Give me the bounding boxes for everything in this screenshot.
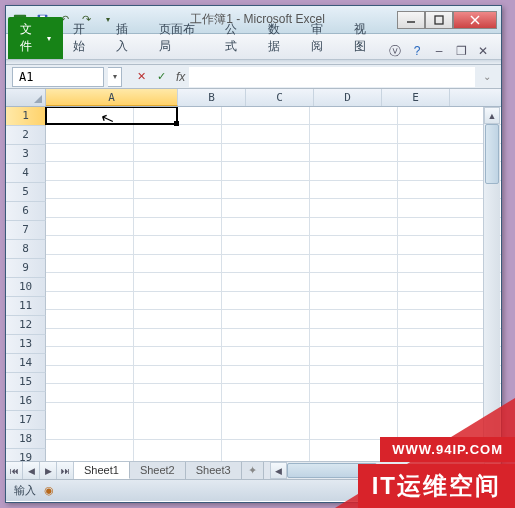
svg-rect-6 bbox=[435, 16, 443, 24]
row-header[interactable]: 4 bbox=[6, 164, 46, 183]
tab-view[interactable]: 视图 bbox=[344, 16, 387, 59]
cancel-formula-icon[interactable]: ✕ bbox=[132, 68, 150, 86]
row-header[interactable]: 16 bbox=[6, 392, 46, 411]
minimize-ribbon-icon[interactable]: ⓥ bbox=[387, 43, 403, 59]
doc-minimize-icon[interactable]: – bbox=[431, 43, 447, 59]
tab-data[interactable]: 数据 bbox=[258, 16, 301, 59]
new-sheet-icon[interactable]: ✦ bbox=[242, 462, 264, 479]
row-header[interactable]: 17 bbox=[6, 411, 46, 430]
name-box[interactable]: A1 bbox=[12, 67, 104, 87]
scroll-up-icon[interactable]: ▲ bbox=[484, 107, 500, 124]
accept-formula-icon[interactable]: ✓ bbox=[152, 68, 170, 86]
row-header[interactable]: 6 bbox=[6, 202, 46, 221]
row-header[interactable]: 18 bbox=[6, 430, 46, 449]
select-all-corner[interactable] bbox=[6, 89, 46, 106]
row-headers: 1 2 3 4 5 6 7 8 9 10 11 12 13 14 15 16 1… bbox=[6, 107, 46, 461]
doc-close-icon[interactable]: ✕ bbox=[475, 43, 491, 59]
column-headers: A B C D E bbox=[6, 89, 501, 107]
first-sheet-icon[interactable]: ⏮ bbox=[6, 462, 23, 479]
tab-home[interactable]: 开始 bbox=[63, 16, 106, 59]
row-header[interactable]: 1 bbox=[6, 107, 46, 126]
row-header[interactable]: 3 bbox=[6, 145, 46, 164]
formula-input[interactable] bbox=[189, 67, 475, 87]
col-header-a[interactable]: A bbox=[46, 89, 178, 106]
help-icon[interactable]: ? bbox=[409, 43, 425, 59]
col-header-c[interactable]: C bbox=[246, 89, 314, 106]
row-header[interactable]: 19 bbox=[6, 449, 46, 461]
last-sheet-icon[interactable]: ⏭ bbox=[57, 462, 74, 479]
ribbon-tabs: 文件 ▾ 开始 插入 页面布局 公式 数据 审阅 视图 ⓥ ? – ❐ ✕ bbox=[6, 34, 501, 60]
row-header[interactable]: 15 bbox=[6, 373, 46, 392]
name-box-dropdown-icon[interactable]: ▾ bbox=[108, 67, 122, 87]
tab-review[interactable]: 审阅 bbox=[301, 16, 344, 59]
row-header[interactable]: 9 bbox=[6, 259, 46, 278]
row-header[interactable]: 12 bbox=[6, 316, 46, 335]
col-header-e[interactable]: E bbox=[382, 89, 450, 106]
formula-bar: A1 ▾ ✕ ✓ fx ⌄ bbox=[6, 65, 501, 89]
expand-formula-icon[interactable]: ⌄ bbox=[479, 71, 495, 82]
row-header[interactable]: 11 bbox=[6, 297, 46, 316]
file-tab[interactable]: 文件 ▾ bbox=[8, 17, 63, 59]
tab-layout[interactable]: 页面布局 bbox=[149, 16, 215, 59]
row-header[interactable]: 10 bbox=[6, 278, 46, 297]
sheet-tab-2[interactable]: Sheet2 bbox=[130, 462, 186, 479]
file-dropdown-icon: ▾ bbox=[47, 34, 51, 43]
next-sheet-icon[interactable]: ▶ bbox=[40, 462, 57, 479]
row-header[interactable]: 13 bbox=[6, 335, 46, 354]
sheet-tab-3[interactable]: Sheet3 bbox=[186, 462, 242, 479]
active-cell-a1[interactable] bbox=[45, 107, 178, 125]
scroll-left-icon[interactable]: ◀ bbox=[270, 462, 287, 479]
fx-label[interactable]: fx bbox=[176, 70, 185, 84]
row-header[interactable]: 5 bbox=[6, 183, 46, 202]
tab-insert[interactable]: 插入 bbox=[106, 16, 149, 59]
close-button[interactable] bbox=[453, 11, 497, 29]
watermark-brand: IT运维空间 bbox=[358, 464, 515, 508]
file-tab-label: 文件 bbox=[20, 21, 43, 55]
doc-restore-icon[interactable]: ❐ bbox=[453, 43, 469, 59]
row-header[interactable]: 8 bbox=[6, 240, 46, 259]
window-buttons bbox=[397, 11, 497, 29]
maximize-button[interactable] bbox=[425, 11, 453, 29]
row-header[interactable]: 7 bbox=[6, 221, 46, 240]
sheet-tab-1[interactable]: Sheet1 bbox=[74, 462, 130, 479]
status-mode-label: 输入 bbox=[14, 483, 36, 498]
minimize-button[interactable] bbox=[397, 11, 425, 29]
col-header-b[interactable]: B bbox=[178, 89, 246, 106]
col-header-d[interactable]: D bbox=[314, 89, 382, 106]
row-header[interactable]: 14 bbox=[6, 354, 46, 373]
row-header[interactable]: 2 bbox=[6, 126, 46, 145]
prev-sheet-icon[interactable]: ◀ bbox=[23, 462, 40, 479]
tab-formulas[interactable]: 公式 bbox=[215, 16, 258, 59]
macro-record-icon[interactable]: ◉ bbox=[44, 484, 54, 497]
watermark-url: WWW.94IP.COM bbox=[380, 437, 515, 462]
scroll-thumb[interactable] bbox=[485, 124, 499, 184]
